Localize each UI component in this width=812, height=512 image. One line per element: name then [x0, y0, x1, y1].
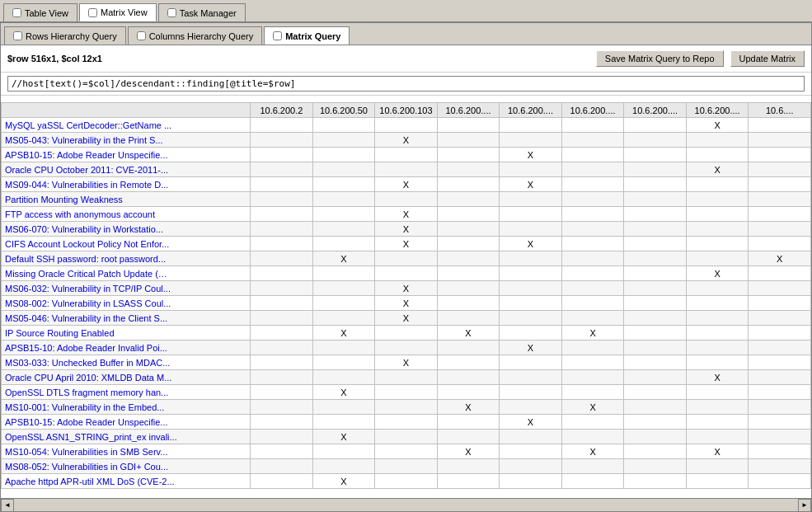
- data-cell: X: [561, 400, 624, 415]
- data-cell: [500, 222, 562, 237]
- x-mark: X: [528, 150, 533, 160]
- data-cell: [749, 370, 811, 385]
- data-cell: [749, 162, 811, 177]
- sub-tab-columns-hierarchy[interactable]: Columns Hierarchy Query: [128, 26, 263, 45]
- data-cell: [686, 148, 749, 162]
- table-row[interactable]: MS08-052: Vulnerabilities in GDI+ Cou...: [2, 459, 811, 474]
- h-scroll-inner[interactable]: [14, 499, 798, 511]
- data-cell: [749, 341, 811, 355]
- row-label-cell: MySQL yaSSL CertDecoder::GetName ...: [2, 118, 251, 133]
- table-row[interactable]: MS10-054: Vulnerabilities in SMB Serv...…: [2, 444, 811, 459]
- data-cell: [251, 385, 313, 400]
- data-cell: [561, 148, 624, 162]
- data-cell: [500, 459, 562, 474]
- table-row[interactable]: MySQL yaSSL CertDecoder::GetName ...X: [2, 118, 811, 133]
- col-header-row-label: [2, 103, 251, 118]
- table-row[interactable]: MS05-046: Vulnerability in the Client S.…: [2, 311, 811, 326]
- table-row[interactable]: MS08-002: Vulnerability in LSASS Coul...…: [2, 296, 811, 311]
- table-row[interactable]: Apache httpd APR-util XML DoS (CVE-2...X: [2, 474, 811, 489]
- data-cell: [500, 326, 562, 341]
- sub-tab-columns-hierarchy-checkbox[interactable]: [137, 31, 146, 40]
- data-cell: [561, 370, 624, 385]
- update-matrix-button[interactable]: Update Matrix: [730, 50, 805, 67]
- table-row[interactable]: APSB10-15: Adobe Reader Unspecifie...X: [2, 415, 811, 430]
- table-row[interactable]: Oracle CPU October 2011: CVE-2011-...X: [2, 162, 811, 177]
- table-row[interactable]: MS09-044: Vulnerabilities in Remote D...…: [2, 177, 811, 192]
- data-cell: [686, 133, 749, 148]
- data-cell: [437, 415, 500, 430]
- data-cell: [561, 237, 624, 251]
- tab-matrix-view[interactable]: Matrix View: [79, 3, 157, 21]
- x-mark: X: [777, 254, 782, 264]
- data-cell: [624, 192, 687, 207]
- table-row[interactable]: OpenSSL ASN1_STRING_print_ex invali...X: [2, 430, 811, 444]
- data-cell: [437, 370, 500, 385]
- row-label-cell: MS03-033: Unchecked Buffer in MDAC...: [2, 355, 251, 370]
- table-row[interactable]: Default SSH password: root password...XX: [2, 251, 811, 266]
- scroll-right-arrow[interactable]: ►: [798, 499, 811, 512]
- data-cell: [749, 311, 811, 326]
- table-row[interactable]: MS06-070: Vulnerability in Workstatio...…: [2, 222, 811, 237]
- data-cell: [624, 237, 687, 251]
- data-cell: [312, 162, 375, 177]
- data-cell: [686, 237, 749, 251]
- table-row[interactable]: APSB15-10: Adobe Reader Invalid Poi...X: [2, 341, 811, 355]
- data-cell: [749, 118, 811, 133]
- table-row[interactable]: FTP access with anonymous accountX: [2, 207, 811, 222]
- table-row[interactable]: Oracle CPU April 2010: XMLDB Data M...X: [2, 370, 811, 385]
- table-row[interactable]: Missing Oracle Critical Patch Update (…X: [2, 266, 811, 281]
- x-mark: X: [589, 447, 595, 457]
- tab-table-view[interactable]: Table View: [3, 3, 77, 21]
- col-header-3: 10.6.200.103: [375, 103, 438, 118]
- data-cell: [251, 400, 313, 415]
- data-cell: [437, 237, 500, 251]
- data-cell: [749, 459, 811, 474]
- data-cell: [437, 459, 500, 474]
- tab-table-view-checkbox[interactable]: [12, 8, 21, 17]
- col-header-7: 10.6.200....: [624, 103, 687, 118]
- data-cell: [251, 341, 313, 355]
- sub-tab-rows-hierarchy-checkbox[interactable]: [13, 31, 22, 40]
- table-row[interactable]: IP Source Routing EnabledXXX: [2, 326, 811, 341]
- data-cell: [437, 192, 500, 207]
- table-row[interactable]: MS10-001: Vulnerability in the Embed...X…: [2, 400, 811, 415]
- data-cell: [251, 281, 313, 296]
- data-cell: [375, 118, 438, 133]
- tab-task-manager-checkbox[interactable]: [167, 8, 176, 17]
- save-matrix-query-button[interactable]: Save Matrix Query to Repo: [596, 50, 724, 67]
- tab-task-manager[interactable]: Task Manager: [158, 3, 246, 21]
- sub-tab-matrix-query-checkbox[interactable]: [273, 31, 282, 40]
- data-cell: [251, 311, 313, 326]
- table-row[interactable]: Partition Mounting Weakness: [2, 192, 811, 207]
- table-row[interactable]: APSB10-15: Adobe Reader Unspecifie...X: [2, 148, 811, 162]
- x-mark: X: [403, 224, 409, 234]
- tab-matrix-view-checkbox[interactable]: [88, 8, 97, 17]
- data-cell: [437, 133, 500, 148]
- data-cell: [375, 415, 438, 430]
- bottom-scrollbar[interactable]: ◄ ►: [1, 498, 811, 511]
- sub-tab-matrix-query[interactable]: Matrix Query: [264, 26, 350, 45]
- spacer: [1, 96, 811, 102]
- col-header-9: 10.6....: [749, 103, 811, 118]
- data-cell: [251, 192, 313, 207]
- table-row[interactable]: MS05-043: Vulnerability in the Print S..…: [2, 133, 811, 148]
- data-cell: [251, 326, 313, 341]
- data-cell: [561, 459, 624, 474]
- table-row[interactable]: MS03-033: Unchecked Buffer in MDAC...X: [2, 355, 811, 370]
- data-cell: [375, 162, 438, 177]
- scroll-left-arrow[interactable]: ◄: [1, 499, 14, 512]
- data-cell: [312, 118, 375, 133]
- data-cell: [561, 162, 624, 177]
- query-input[interactable]: [7, 76, 805, 92]
- matrix-table-container[interactable]: 10.6.200.2 10.6.200.50 10.6.200.103 10.6…: [1, 102, 811, 498]
- table-row[interactable]: CIFS Account Lockout Policy Not Enfor...…: [2, 237, 811, 251]
- data-cell: X: [375, 133, 438, 148]
- sub-tab-rows-hierarchy-label: Rows Hierarchy Query: [26, 31, 117, 41]
- data-cell: [437, 251, 500, 266]
- table-row[interactable]: OpenSSL DTLS fragment memory han...X: [2, 385, 811, 400]
- row-label-cell: MS05-046: Vulnerability in the Client S.…: [2, 311, 251, 326]
- x-mark: X: [465, 328, 471, 338]
- table-row[interactable]: MS06-032: Vulnerability in TCP/IP Coul..…: [2, 281, 811, 296]
- data-cell: X: [686, 370, 749, 385]
- sub-tab-rows-hierarchy[interactable]: Rows Hierarchy Query: [4, 26, 126, 45]
